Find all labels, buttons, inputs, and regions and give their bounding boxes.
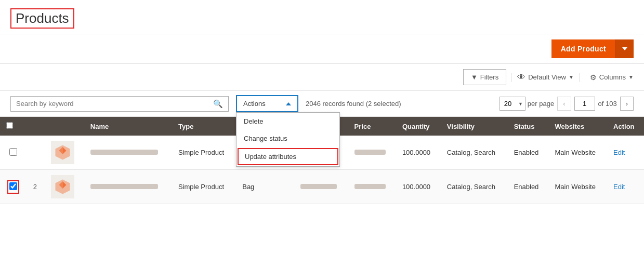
dropdown-arrow-icon [622,47,627,50]
col-checkbox [0,117,27,136]
product-visibility: Catalog, Search [447,149,495,156]
row-action-cell: Edit [607,170,644,204]
action-delete[interactable]: Delete [236,113,339,130]
row-visibility-cell: Catalog, Search [441,170,508,204]
current-page-input[interactable] [574,97,595,111]
page-of-total: of 103 [598,100,617,108]
row-checkbox[interactable] [9,182,17,190]
per-page-select[interactable]: 20 30 50 100 [500,97,525,111]
view-dropdown-arrow: ▼ [569,74,574,80]
actions-label: Actions [243,100,266,108]
filter-icon: ▼ [471,73,478,81]
columns-control[interactable]: ⚙ Columns ▼ [585,73,634,82]
row-action-cell: Edit [607,136,644,170]
col-type: Type [172,117,236,136]
row-websites-cell: Main Website [548,136,607,170]
magento-icon [54,178,72,196]
row-checkbox[interactable] [9,148,17,156]
gear-icon: ⚙ [590,73,597,82]
per-page-label: per page [528,100,554,108]
add-product-dropdown-button[interactable] [615,39,634,58]
product-quantity: 100.0000 [402,149,430,156]
search-button[interactable]: 🔍 [213,99,223,109]
row-number: 2 [33,183,37,191]
product-thumbnail [51,175,74,198]
row-status-cell: Enabled [508,136,549,170]
row-num-cell [27,136,45,170]
records-info: 2046 records found (2 selected) [306,100,401,108]
row-name-cell [84,136,172,170]
per-page-select-wrapper: 20 30 50 100 [500,97,525,111]
filter-toolbar: ▼ Filters 👁 Default View ▼ ⚙ Columns ▼ [0,64,644,91]
col-action: Action [607,117,644,136]
col-thumb [45,117,84,136]
actions-bar: 🔍 Actions Delete Change status Update at… [0,91,644,117]
actions-menu: Delete Change status Update attributes [236,112,340,167]
filters-button[interactable]: ▼ Filters [463,69,506,85]
search-icon: 🔍 [213,99,223,108]
actions-button[interactable]: Actions [236,95,298,112]
page-title: Products [10,8,74,29]
row-thumb-cell [45,170,84,204]
col-quantity: Quantity [396,117,441,136]
prev-page-button[interactable]: ‹ [557,97,571,111]
next-page-button[interactable]: › [620,97,634,111]
product-visibility: Catalog, Search [447,183,495,191]
product-sku [300,184,337,189]
actions-dropdown-wrap: Actions Delete Change status Update attr… [236,95,298,112]
product-edit-link[interactable]: Edit [613,149,625,156]
row-type-cell: Simple Product [172,136,236,170]
table-row: 2 Simple Product Bag 100.0000 [0,170,644,204]
col-id [27,117,45,136]
top-toolbar: Add Product [0,34,644,64]
checkbox-highlight-wrapper [7,180,19,194]
row-name-cell [84,170,172,204]
action-update-attributes[interactable]: Update attributes [238,148,338,165]
row-quantity-cell: 100.0000 [396,170,441,204]
row-price-cell [348,136,396,170]
row-visibility-cell: Catalog, Search [441,136,508,170]
filters-label: Filters [480,73,498,81]
product-type: Simple Product [178,183,224,191]
col-name: Name [84,117,172,136]
magento-icon [54,143,72,162]
row-websites-cell: Main Website [548,170,607,204]
product-edit-link[interactable]: Edit [613,183,625,191]
columns-dropdown-arrow: ▼ [628,74,634,80]
product-price [354,184,386,189]
product-thumbnail [51,141,74,164]
product-attr-set: Bag [242,183,254,191]
product-price [354,150,386,155]
row-sku-cell [294,170,348,204]
product-name [90,150,158,155]
row-price-cell [348,170,396,204]
actions-arrow-icon [286,102,291,105]
row-num-cell: 2 [27,170,45,204]
default-view-control[interactable]: 👁 Default View ▼ [511,73,580,82]
col-price: Price [348,117,396,136]
columns-label: Columns [599,73,626,81]
search-box: 🔍 [10,96,229,112]
default-view-label: Default View [528,73,566,81]
row-type-cell: Simple Product [172,170,236,204]
add-product-group: Add Product [551,39,634,58]
per-page-select-wrap: 20 30 50 100 per page [500,97,554,111]
col-status: Status [508,117,549,136]
row-status-cell: Enabled [508,170,549,204]
add-product-button[interactable]: Add Product [551,39,615,58]
action-change-status[interactable]: Change status [236,130,339,147]
product-websites: Main Website [555,149,596,156]
eye-icon: 👁 [517,73,525,82]
product-status: Enabled [514,183,539,191]
select-all-checkbox[interactable] [6,122,13,129]
product-websites: Main Website [555,183,596,191]
product-quantity: 100.0000 [402,183,430,191]
row-attr-set-cell: Bag [236,170,294,204]
product-name [90,184,158,189]
product-status: Enabled [514,149,539,156]
search-input[interactable] [16,100,213,108]
row-checkbox-cell [0,136,27,170]
row-checkbox-cell [0,170,27,204]
row-thumb-cell [45,136,84,170]
pagination: 20 30 50 100 per page ‹ of 103 › [500,97,634,111]
